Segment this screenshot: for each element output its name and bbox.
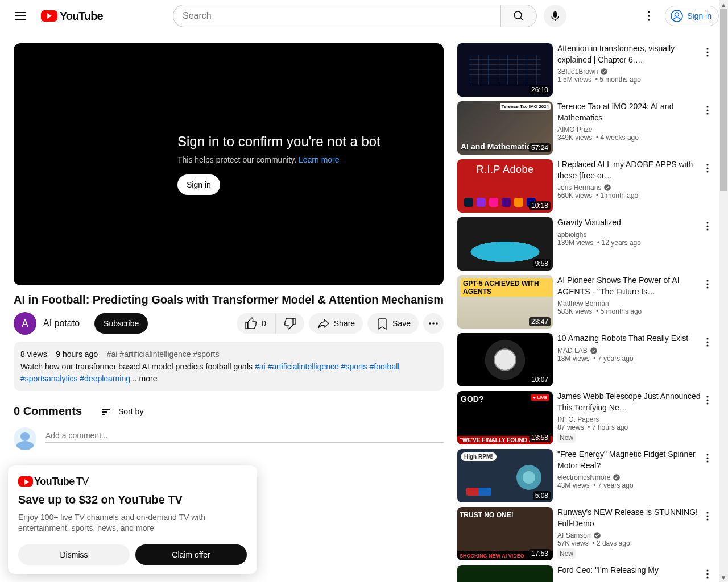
recommendation-item[interactable]: 26:10 Attention in transformers, visuall… <box>457 43 714 97</box>
recommendation-title[interactable]: Ford Ceo: "I'm Releasing My <box>557 565 703 576</box>
header-signin-button[interactable]: Sign in <box>665 6 719 26</box>
recommendation-meta: 583K views • 5 months ago <box>557 307 703 315</box>
recommendation-more-button[interactable] <box>701 451 714 465</box>
header-settings-button[interactable] <box>638 5 660 27</box>
svg-point-36 <box>706 457 708 459</box>
recommendation-channel[interactable]: AI Samson <box>557 531 703 539</box>
player-signin-button[interactable]: Sign in <box>177 174 220 195</box>
comment-input[interactable] <box>46 427 444 443</box>
search-input[interactable] <box>173 5 500 27</box>
recommendation-info: AI Pioneer Shows The Power of AI AGENTS … <box>557 275 714 329</box>
hashtag[interactable]: #ai <box>107 350 118 359</box>
recommendation-info: Terence Tao at IMO 2024: AI and Mathemat… <box>557 101 714 155</box>
hashtag[interactable]: #ai <box>255 362 266 371</box>
verified-icon <box>600 68 608 76</box>
header-right: Sign in <box>605 5 719 27</box>
hashtag[interactable]: #deeplearning <box>80 374 130 383</box>
hashtag[interactable]: #sportsanalytics <box>20 374 77 383</box>
channel-avatar[interactable]: A <box>14 312 36 335</box>
recommendation-more-button[interactable] <box>701 567 714 581</box>
recommendation-more-button[interactable] <box>701 219 714 233</box>
recommendation-more-button[interactable] <box>701 335 714 349</box>
video-duration: 23:47 <box>529 317 551 326</box>
recommendation-more-button[interactable] <box>701 277 714 291</box>
recommendation-item[interactable]: TRUST NO ONE!SHOCKING NEW AI VIDEO 17:53… <box>457 507 714 560</box>
scroll-thumb[interactable] <box>720 9 727 191</box>
video-thumbnail[interactable]: R.I.P Adobe 10:18 <box>457 159 553 213</box>
video-thumbnail[interactable]: AI and MathematicsTerence Tao IMO 2024 5… <box>457 101 553 155</box>
video-thumbnail[interactable]: GOD?● LIVE"WE'VE FINALLY FOUND IT!" 13:5… <box>457 391 553 444</box>
recommendation-meta: 18M views • 7 years ago <box>557 355 703 363</box>
recommendation-more-button[interactable] <box>701 45 714 59</box>
svg-point-24 <box>706 280 708 281</box>
video-thumbnail[interactable]: 26:10 <box>457 43 553 97</box>
recommendation-item[interactable]: AI and MathematicsTerence Tao IMO 2024 5… <box>457 101 714 155</box>
sort-button[interactable]: Sort by <box>100 405 143 418</box>
recommendation-item[interactable]: Ford Ceo: "I'm Releasing My <box>457 565 714 582</box>
recommendation-item[interactable]: 9:58 Gravity Visualized apbiolghs 139M v… <box>457 217 714 271</box>
owner-row: A AI potato Subscribe 0 Share <box>14 312 444 335</box>
share-button[interactable]: Share <box>309 313 363 334</box>
recommendation-more-button[interactable] <box>701 509 714 523</box>
action-row: 0 Share Save <box>237 313 444 334</box>
recommendation-title[interactable]: 10 Amazing Robots That Really Exist <box>557 333 703 344</box>
recommendation-title[interactable]: James Webb Telescope Just Announced This… <box>557 391 703 413</box>
recommendation-item[interactable]: 10:07 10 Amazing Robots That Really Exis… <box>457 333 714 386</box>
voice-search-button[interactable] <box>544 5 566 27</box>
recommendation-title[interactable]: Gravity Visualized <box>557 217 703 228</box>
scroll-up-arrow[interactable]: ▲ <box>719 0 728 9</box>
video-thumbnail[interactable]: GPT-5 ACHIEVED WITH AGENTS 23:47 <box>457 275 553 329</box>
more-actions-button[interactable] <box>423 313 444 334</box>
hashtag[interactable]: #sports <box>193 350 220 359</box>
recommendation-channel[interactable]: apbiolghs <box>557 231 703 239</box>
recommendation-channel[interactable]: AIMO Prize <box>557 126 703 134</box>
subscribe-button[interactable]: Subscribe <box>94 313 148 334</box>
hashtag[interactable]: #artificialintelligence <box>119 350 191 359</box>
show-more[interactable]: ...more <box>130 374 157 383</box>
recommendation-channel[interactable]: MAD LAB <box>557 347 703 355</box>
video-thumbnail[interactable]: 10:07 <box>457 333 553 386</box>
thumbs-down-icon <box>284 317 296 330</box>
recommendation-title[interactable]: Terence Tao at IMO 2024: AI and Mathemat… <box>557 101 703 123</box>
recommendation-item[interactable]: High RPM! 5:08 "Free Energy" Magnetic Fi… <box>457 449 714 502</box>
youtube-logo[interactable]: YouTube <box>41 10 103 23</box>
recommendation-channel[interactable]: 3Blue1Brown <box>557 68 703 76</box>
recommendation-channel[interactable]: Joris Hermans <box>557 184 703 192</box>
recommendation-channel[interactable]: INFO. Papers <box>557 415 703 423</box>
like-button[interactable]: 0 <box>237 313 276 334</box>
view-count: 8 views <box>20 350 47 359</box>
hashtag[interactable]: #football <box>369 362 399 371</box>
recommendation-item[interactable]: R.I.P Adobe 10:18 I Replaced ALL my ADOB… <box>457 159 714 213</box>
promo-claim-button[interactable]: Claim offer <box>135 544 247 565</box>
video-thumbnail[interactable]: High RPM! 5:08 <box>457 449 553 502</box>
recommendation-item[interactable]: GPT-5 ACHIEVED WITH AGENTS 23:47 AI Pion… <box>457 275 714 329</box>
recommendation-item[interactable]: GOD?● LIVE"WE'VE FINALLY FOUND IT!" 13:5… <box>457 391 714 444</box>
recommendation-more-button[interactable] <box>701 103 714 117</box>
video-thumbnail[interactable]: 9:58 <box>457 217 553 271</box>
recommendation-title[interactable]: AI Pioneer Shows The Power of AI AGENTS … <box>557 275 703 297</box>
recommendation-more-button[interactable] <box>701 161 714 175</box>
scroll-down-arrow[interactable]: ▼ <box>719 573 728 582</box>
recommendation-title[interactable]: Runway's NEW Release is STUNNING! Full-D… <box>557 507 703 529</box>
promo-dismiss-button[interactable]: Dismiss <box>18 544 130 565</box>
recommendation-title[interactable]: Attention in transformers, visually expl… <box>557 43 703 65</box>
hashtag[interactable]: #artificialintelligence <box>267 362 338 371</box>
video-thumbnail[interactable] <box>457 565 553 582</box>
description-box[interactable]: 8 views 9 hours ago #ai #artificialintel… <box>14 342 444 391</box>
recommendation-more-button[interactable] <box>701 393 714 407</box>
channel-name[interactable]: AI potato <box>43 318 80 329</box>
menu-button[interactable] <box>9 5 32 27</box>
search-button[interactable] <box>500 5 537 27</box>
recommendation-channel[interactable]: Matthew Berman <box>557 300 703 307</box>
recommendation-title[interactable]: I Replaced ALL my ADOBE APPS with these … <box>557 159 703 181</box>
kebab-icon <box>702 568 713 580</box>
microphone-icon <box>549 10 561 22</box>
recommendation-channel[interactable]: electronicsNmore <box>557 473 703 481</box>
hashtag[interactable]: #sports <box>341 362 367 371</box>
dislike-button[interactable] <box>276 313 304 334</box>
video-thumbnail[interactable]: TRUST NO ONE!SHOCKING NEW AI VIDEO 17:53 <box>457 507 553 560</box>
learn-more-link[interactable]: Learn more <box>299 155 340 164</box>
recommendation-title[interactable]: "Free Energy" Magnetic Fidget Spinner Mo… <box>557 449 703 471</box>
save-button[interactable]: Save <box>367 313 419 334</box>
page-scrollbar[interactable]: ▲ ▼ <box>719 0 728 582</box>
